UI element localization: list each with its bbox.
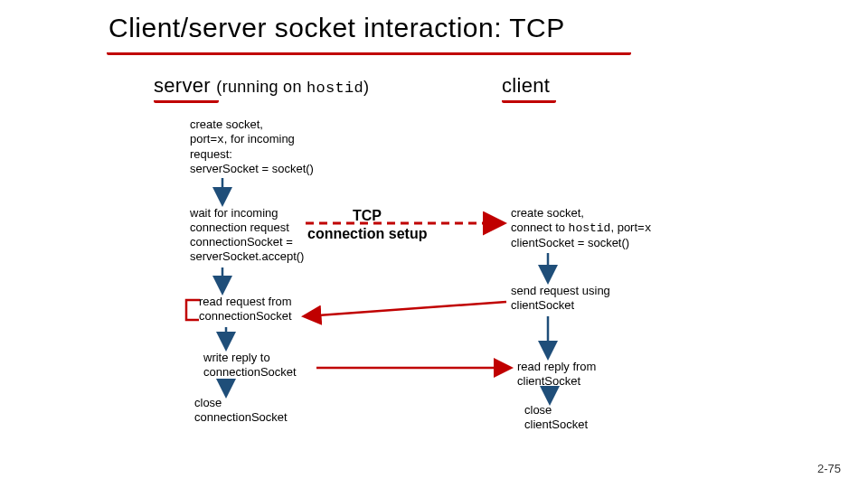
client-heading: client xyxy=(502,74,550,98)
slide-root: Client/server socket interaction: TCP se… xyxy=(0,0,868,488)
tcp-label-2: connection setup xyxy=(307,226,427,242)
text-mono: hostid xyxy=(569,221,611,235)
server-heading-sub: (running on xyxy=(216,78,307,96)
server-heading-hostid: hostid xyxy=(307,80,363,97)
tcp-label-1: TCP xyxy=(353,208,382,224)
server-step-write: write reply to connectionSocket xyxy=(203,351,297,380)
text: connectionSocket xyxy=(199,309,292,323)
server-heading-main: server xyxy=(154,74,211,97)
text: read reply from xyxy=(517,360,596,373)
client-step-send: send request using clientSocket xyxy=(511,284,610,313)
text: connectionSocket xyxy=(194,410,288,424)
text: clientSocket xyxy=(524,418,588,431)
text: create socket, xyxy=(190,117,263,131)
server-heading: server (running on hostid) xyxy=(154,74,369,98)
text: connectionSocket xyxy=(203,365,297,379)
server-step-wait: wait for incoming connection request con… xyxy=(190,206,304,264)
server-heading-close: ) xyxy=(363,78,369,96)
text: , for incoming xyxy=(224,132,295,145)
text: create socket, xyxy=(511,206,584,220)
text: serverSocket.accept() xyxy=(190,249,304,263)
client-underline xyxy=(502,97,556,103)
diagram-arrows xyxy=(0,0,868,488)
text: read request from xyxy=(199,295,292,308)
text: wait for incoming xyxy=(190,206,278,220)
text: connect to xyxy=(511,221,569,234)
text: clientSocket = socket() xyxy=(511,236,629,249)
text: , port= xyxy=(610,221,644,234)
text: write reply to xyxy=(203,351,270,364)
slide-title: Client/server socket interaction: TCP xyxy=(108,13,565,43)
server-step-create: create socket, port=x, for incoming requ… xyxy=(190,117,314,176)
text: request: xyxy=(190,147,232,161)
text: serverSocket = socket() xyxy=(190,162,314,175)
text-mono: x xyxy=(217,133,224,146)
title-underline xyxy=(107,47,631,55)
page-number: 2-75 xyxy=(817,462,841,475)
client-step-close: close clientSocket xyxy=(524,403,588,432)
server-step-close: close connectionSocket xyxy=(194,396,288,425)
text: connectionSocket = xyxy=(190,235,293,249)
server-underline xyxy=(154,97,219,103)
server-step-read: read request from connectionSocket xyxy=(199,295,292,324)
client-step-read: read reply from clientSocket xyxy=(517,360,596,389)
text: port= xyxy=(190,132,217,145)
text: clientSocket xyxy=(517,374,580,388)
text: connection request xyxy=(190,221,289,234)
text: close xyxy=(524,403,552,417)
text: send request using xyxy=(511,284,610,297)
text: clientSocket xyxy=(511,298,574,312)
client-step-create: create socket, connect to hostid, port=x… xyxy=(511,206,651,250)
text: close xyxy=(194,396,222,409)
text-mono: x xyxy=(645,221,652,235)
